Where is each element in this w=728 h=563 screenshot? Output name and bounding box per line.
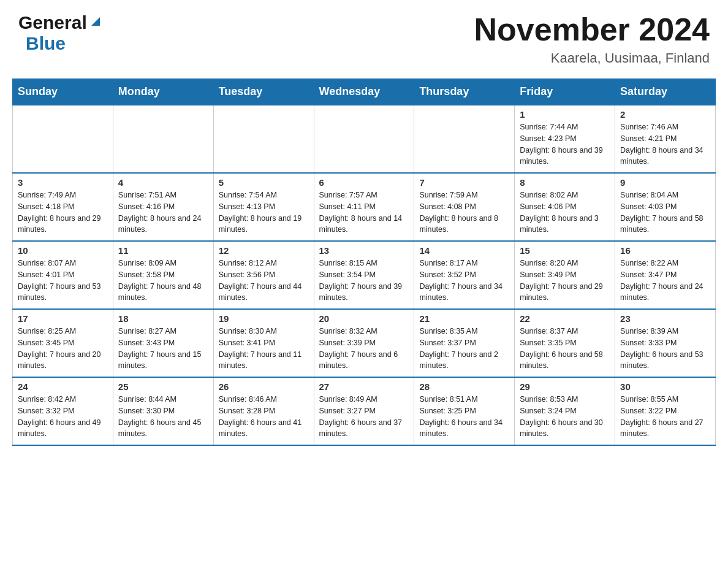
day-info: Sunrise: 7:54 AM Sunset: 4:13 PM Dayligh…	[219, 190, 309, 236]
day-info: Sunrise: 8:20 AM Sunset: 3:49 PM Dayligh…	[520, 258, 610, 304]
day-number: 20	[319, 313, 409, 324]
table-row: 11Sunrise: 8:09 AM Sunset: 3:58 PM Dayli…	[113, 241, 213, 309]
day-number: 23	[620, 313, 710, 324]
table-row	[13, 105, 113, 173]
header-saturday: Saturday	[615, 79, 716, 105]
logo: General Blue	[18, 12, 102, 54]
day-number: 8	[520, 177, 610, 188]
table-row: 2Sunrise: 7:46 AM Sunset: 4:21 PM Daylig…	[615, 105, 716, 173]
table-row: 25Sunrise: 8:44 AM Sunset: 3:30 PM Dayli…	[113, 377, 213, 445]
header-wednesday: Wednesday	[314, 79, 414, 105]
table-row: 30Sunrise: 8:55 AM Sunset: 3:22 PM Dayli…	[615, 377, 716, 445]
day-number: 7	[419, 177, 509, 188]
day-info: Sunrise: 8:27 AM Sunset: 3:43 PM Dayligh…	[118, 326, 208, 372]
day-info: Sunrise: 8:53 AM Sunset: 3:24 PM Dayligh…	[520, 394, 610, 440]
day-info: Sunrise: 8:04 AM Sunset: 4:03 PM Dayligh…	[620, 190, 710, 236]
day-info: Sunrise: 8:39 AM Sunset: 3:33 PM Dayligh…	[620, 326, 710, 372]
table-row: 23Sunrise: 8:39 AM Sunset: 3:33 PM Dayli…	[615, 309, 716, 377]
day-number: 2	[620, 109, 710, 120]
logo-blue-text: Blue	[26, 33, 66, 54]
table-row: 29Sunrise: 8:53 AM Sunset: 3:24 PM Dayli…	[515, 377, 615, 445]
day-info: Sunrise: 8:46 AM Sunset: 3:28 PM Dayligh…	[219, 394, 309, 440]
header-thursday: Thursday	[414, 79, 515, 105]
day-number: 27	[319, 381, 409, 392]
day-number: 28	[419, 381, 509, 392]
day-number: 14	[419, 245, 509, 256]
calendar-week-row: 1Sunrise: 7:44 AM Sunset: 4:23 PM Daylig…	[13, 105, 716, 173]
table-row: 26Sunrise: 8:46 AM Sunset: 3:28 PM Dayli…	[213, 377, 314, 445]
day-number: 30	[620, 381, 710, 392]
day-number: 13	[319, 245, 409, 256]
header-monday: Monday	[113, 79, 213, 105]
day-info: Sunrise: 8:42 AM Sunset: 3:32 PM Dayligh…	[18, 394, 108, 440]
day-number: 4	[118, 177, 208, 188]
table-row: 27Sunrise: 8:49 AM Sunset: 3:27 PM Dayli…	[314, 377, 414, 445]
day-info: Sunrise: 7:49 AM Sunset: 4:18 PM Dayligh…	[18, 190, 108, 236]
day-number: 21	[419, 313, 509, 324]
header-sunday: Sunday	[13, 79, 113, 105]
table-row	[213, 105, 314, 173]
day-info: Sunrise: 8:30 AM Sunset: 3:41 PM Dayligh…	[219, 326, 309, 372]
table-row	[414, 105, 515, 173]
day-number: 6	[319, 177, 409, 188]
day-info: Sunrise: 8:07 AM Sunset: 4:01 PM Dayligh…	[18, 258, 108, 304]
calendar-week-row: 10Sunrise: 8:07 AM Sunset: 4:01 PM Dayli…	[13, 241, 716, 309]
day-number: 17	[18, 313, 108, 324]
day-info: Sunrise: 8:55 AM Sunset: 3:22 PM Dayligh…	[620, 394, 710, 440]
day-number: 16	[620, 245, 710, 256]
table-row: 9Sunrise: 8:04 AM Sunset: 4:03 PM Daylig…	[615, 173, 716, 241]
day-number: 5	[219, 177, 309, 188]
day-number: 18	[118, 313, 208, 324]
table-row: 8Sunrise: 8:02 AM Sunset: 4:06 PM Daylig…	[515, 173, 615, 241]
day-info: Sunrise: 8:37 AM Sunset: 3:35 PM Dayligh…	[520, 326, 610, 372]
day-info: Sunrise: 8:22 AM Sunset: 3:47 PM Dayligh…	[620, 258, 710, 304]
day-number: 19	[219, 313, 309, 324]
day-number: 10	[18, 245, 108, 256]
calendar-week-row: 17Sunrise: 8:25 AM Sunset: 3:45 PM Dayli…	[13, 309, 716, 377]
table-row: 16Sunrise: 8:22 AM Sunset: 3:47 PM Dayli…	[615, 241, 716, 309]
day-number: 29	[520, 381, 610, 392]
logo-arrow-icon	[89, 15, 102, 31]
svg-marker-0	[91, 17, 100, 26]
table-row: 13Sunrise: 8:15 AM Sunset: 3:54 PM Dayli…	[314, 241, 414, 309]
table-row	[314, 105, 414, 173]
day-number: 11	[118, 245, 208, 256]
day-info: Sunrise: 7:59 AM Sunset: 4:08 PM Dayligh…	[419, 190, 509, 236]
day-info: Sunrise: 8:17 AM Sunset: 3:52 PM Dayligh…	[419, 258, 509, 304]
table-row: 22Sunrise: 8:37 AM Sunset: 3:35 PM Dayli…	[515, 309, 615, 377]
day-number: 24	[18, 381, 108, 392]
calendar-table: Sunday Monday Tuesday Wednesday Thursday…	[12, 79, 716, 446]
table-row: 10Sunrise: 8:07 AM Sunset: 4:01 PM Dayli…	[13, 241, 113, 309]
day-info: Sunrise: 8:51 AM Sunset: 3:25 PM Dayligh…	[419, 394, 509, 440]
day-info: Sunrise: 7:44 AM Sunset: 4:23 PM Dayligh…	[520, 121, 610, 167]
table-row: 1Sunrise: 7:44 AM Sunset: 4:23 PM Daylig…	[515, 105, 615, 173]
table-row: 3Sunrise: 7:49 AM Sunset: 4:18 PM Daylig…	[13, 173, 113, 241]
table-row: 20Sunrise: 8:32 AM Sunset: 3:39 PM Dayli…	[314, 309, 414, 377]
table-row: 12Sunrise: 8:12 AM Sunset: 3:56 PM Dayli…	[213, 241, 314, 309]
day-info: Sunrise: 8:02 AM Sunset: 4:06 PM Dayligh…	[520, 190, 610, 236]
table-row: 19Sunrise: 8:30 AM Sunset: 3:41 PM Dayli…	[213, 309, 314, 377]
table-row: 6Sunrise: 7:57 AM Sunset: 4:11 PM Daylig…	[314, 173, 414, 241]
day-number: 15	[520, 245, 610, 256]
page-header: General Blue November 2024 Kaarela, Uusi…	[0, 0, 728, 72]
day-info: Sunrise: 8:09 AM Sunset: 3:58 PM Dayligh…	[118, 258, 208, 304]
day-number: 22	[520, 313, 610, 324]
day-info: Sunrise: 8:32 AM Sunset: 3:39 PM Dayligh…	[319, 326, 409, 372]
day-info: Sunrise: 8:12 AM Sunset: 3:56 PM Dayligh…	[219, 258, 309, 304]
day-info: Sunrise: 7:46 AM Sunset: 4:21 PM Dayligh…	[620, 121, 710, 167]
day-number: 12	[219, 245, 309, 256]
day-number: 9	[620, 177, 710, 188]
location-text: Kaarela, Uusimaa, Finland	[474, 50, 710, 66]
day-number: 3	[18, 177, 108, 188]
calendar-week-row: 24Sunrise: 8:42 AM Sunset: 3:32 PM Dayli…	[13, 377, 716, 445]
table-row: 18Sunrise: 8:27 AM Sunset: 3:43 PM Dayli…	[113, 309, 213, 377]
title-section: November 2024 Kaarela, Uusimaa, Finland	[474, 12, 710, 66]
day-info: Sunrise: 7:51 AM Sunset: 4:16 PM Dayligh…	[118, 190, 208, 236]
table-row: 17Sunrise: 8:25 AM Sunset: 3:45 PM Dayli…	[13, 309, 113, 377]
table-row: 5Sunrise: 7:54 AM Sunset: 4:13 PM Daylig…	[213, 173, 314, 241]
day-info: Sunrise: 8:15 AM Sunset: 3:54 PM Dayligh…	[319, 258, 409, 304]
table-row	[113, 105, 213, 173]
table-row: 28Sunrise: 8:51 AM Sunset: 3:25 PM Dayli…	[414, 377, 515, 445]
day-number: 1	[520, 109, 610, 120]
logo-general-text: General	[18, 12, 87, 33]
